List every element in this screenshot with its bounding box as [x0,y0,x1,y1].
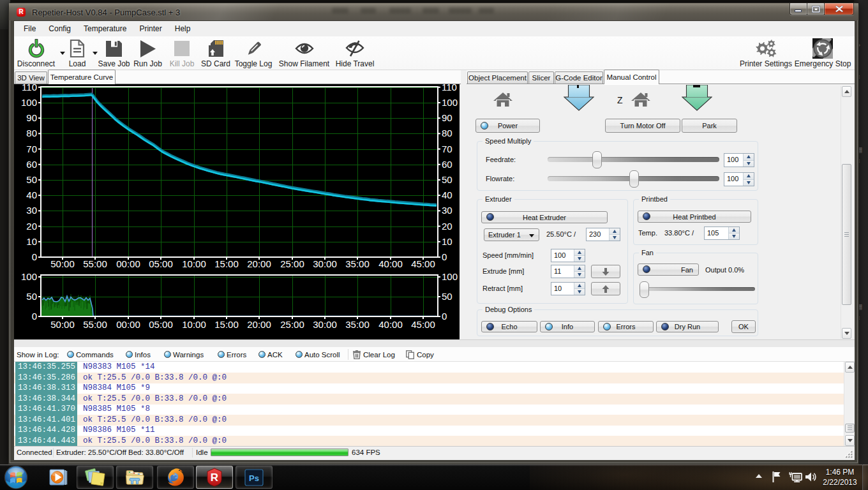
feedrate-spinner-up-button[interactable] [744,154,754,160]
copy-button[interactable]: Copy [406,347,434,362]
flowrate-spinner-down-button[interactable] [744,179,754,186]
flowrate-spinner-up-button[interactable] [744,173,754,179]
home-x-icon[interactable] [493,93,513,107]
load-button[interactable]: Load [63,38,91,68]
turn-motor-off-button[interactable]: Turn Motor Off [605,119,680,133]
tray-action-center-icon[interactable] [772,471,781,482]
show-desktop-button[interactable] [862,464,868,490]
feedrate-spinner-down-button[interactable] [744,160,754,167]
menu-printer[interactable]: Printer [133,22,168,35]
extruder-speed-spinner-down-button[interactable] [574,255,585,262]
tab-temperature-curve[interactable]: Temperature Curve [48,70,116,84]
manual-control-scrollbar[interactable] [841,86,851,339]
log-scrollbar-thumb[interactable] [845,424,855,433]
heat-printbed-button[interactable]: Heat Printbed [638,211,751,223]
tab-object-placement[interactable]: Object Placement [467,71,528,84]
menu-help[interactable]: Help [168,22,197,35]
log-list[interactable]: 13:46:35.255N98383 M105 *1413:46:35.286o… [14,362,855,446]
home-z-icon[interactable] [631,93,651,107]
taskbar-sticky-notes[interactable] [77,466,114,489]
manual-control-scrollbar-up[interactable] [842,86,851,97]
log-scrollbar-up[interactable] [845,362,855,373]
flowrate-slider-thumb[interactable] [629,170,639,188]
log-toggle-warnings[interactable]: Warnings [164,347,204,362]
z-minus-arrow[interactable] [682,85,712,111]
tray-clock[interactable]: 1:46 PM2/22/2013 [819,467,860,487]
tab-3d-view[interactable]: 3D View [15,71,47,84]
retract-spinner[interactable]: 10 [551,282,585,295]
errors-toggle[interactable]: Errors [598,321,654,332]
taskbar-explorer[interactable] [116,466,153,489]
retract-spinner-up-button[interactable] [574,283,585,288]
heat-extruder-button[interactable]: Heat Extruder [481,211,608,223]
emergency-stop-button[interactable]: Emergency Stop [793,38,852,68]
printbed-target-spinner[interactable]: 105 [704,226,740,240]
taskbar-firefox[interactable] [157,466,194,489]
fan-slider-thumb[interactable] [640,281,649,298]
close-button[interactable] [825,3,854,15]
extruder-select[interactable]: Extruder 1 [484,228,539,241]
log-toggle-ack[interactable]: ACK [258,347,283,362]
feedrate-slider-track[interactable] [548,157,719,162]
start-button[interactable] [4,465,28,489]
taskbar-repetier-host[interactable]: R [196,466,233,489]
ok-button[interactable]: OK [731,320,756,333]
manual-control-scrollbar-down[interactable] [842,328,851,339]
park-button[interactable]: Park [682,119,737,133]
power-button[interactable]: Power [475,119,540,133]
retract-button[interactable] [591,282,620,295]
extruder-speed-spinner[interactable]: 100 [551,249,585,262]
flowrate-spinner[interactable]: 100 [724,172,754,186]
extrude-button[interactable] [591,265,620,278]
toggle-log-button[interactable]: Toggle Log [234,38,273,68]
tab-g-code-editor[interactable]: G-Code Editor [555,71,603,84]
extruder-target-spinner[interactable]: 230 [586,228,620,241]
extrude-spinner-down-button[interactable] [574,271,585,278]
feedrate-spinner[interactable]: 100 [724,153,754,167]
log-toggle-infos[interactable]: Infos [126,347,151,362]
menu-file[interactable]: File [17,22,42,35]
feedrate-slider-thumb[interactable] [592,151,602,168]
log-toggle-errors[interactable]: Errors [218,347,246,362]
tray-volume-icon[interactable] [805,471,817,482]
fan-slider-track[interactable] [640,287,755,291]
save-job-button[interactable]: Save Job [96,38,132,68]
tray-network-icon[interactable] [789,471,802,482]
show-filament-button[interactable]: Show Filament [277,38,331,68]
taskbar-media-player[interactable] [40,466,77,489]
menu-config[interactable]: Config [42,22,77,35]
menu-temperature[interactable]: Temperature [77,22,133,35]
extrude-spinner-up-button[interactable] [574,265,585,271]
y-minus-arrow[interactable] [564,85,594,111]
resize-grip[interactable] [845,450,853,459]
dry-run-toggle[interactable]: Dry Run [656,321,719,332]
disconnect-button[interactable]: Disconnect [15,38,57,68]
log-scrollbar-down[interactable] [845,435,855,446]
sd-card-button[interactable]: SD Card [200,38,231,68]
manual-control-scrollbar-thumb[interactable] [842,164,851,305]
printbed-target-spinner-down-button[interactable] [729,233,739,239]
echo-toggle[interactable]: Echo [481,321,537,332]
titlebar[interactable]: R Repetier-Host V0.84 - PumpCase.stl + 3 [9,3,858,20]
printer-settings-button[interactable]: Printer Settings [738,38,794,68]
taskbar-photoshop[interactable]: Ps [236,466,273,489]
printbed-target-spinner-up-button[interactable] [729,227,739,233]
hide-travel-button[interactable]: Hide Travel [335,38,375,68]
extruder-target-spinner-up-button[interactable] [610,228,620,234]
maximize-button[interactable] [807,3,825,15]
extruder-speed-spinner-up-button[interactable] [574,249,585,255]
tray-show-hidden-icon[interactable] [756,474,762,479]
info-toggle[interactable]: Info [540,321,595,332]
minimize-button[interactable] [789,3,807,15]
tab-slicer[interactable]: Slicer [528,71,554,84]
extrude-spinner[interactable]: 11 [551,265,585,278]
clear-log-button[interactable]: Clear Log [353,347,395,362]
fan-button[interactable]: Fan [638,264,699,276]
extruder-target-spinner-down-button[interactable] [610,234,620,241]
tab-manual-control[interactable]: Manual Control [604,70,659,84]
log-toggle-auto-scroll[interactable]: Auto Scroll [296,347,340,362]
run-job-button[interactable]: Run Job [132,38,163,68]
log-splitter[interactable] [14,339,855,347]
retract-spinner-down-button[interactable] [574,288,585,295]
log-scrollbar[interactable] [844,362,855,446]
